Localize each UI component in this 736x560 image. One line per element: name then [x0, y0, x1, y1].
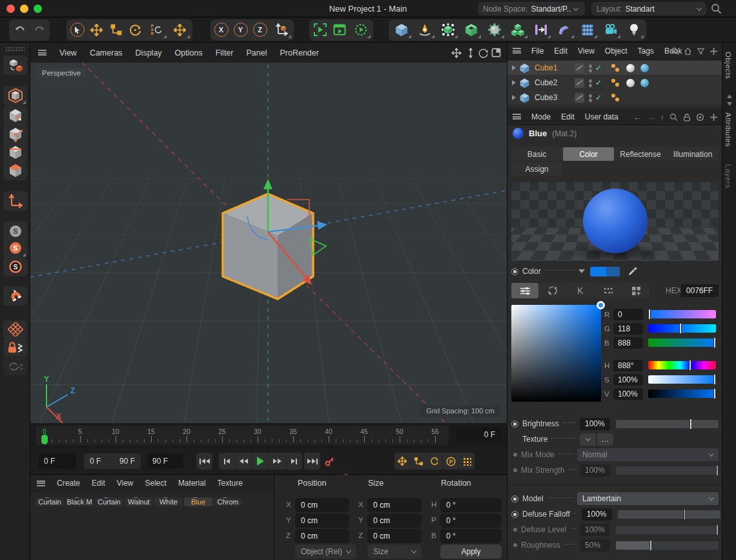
enabled-check-icon[interactable]: ✓ [595, 93, 602, 102]
back-arrow-icon[interactable]: ← [633, 112, 642, 122]
tab-assign[interactable]: Assign [511, 162, 562, 176]
object-menu-icon[interactable] [513, 48, 521, 54]
expander-icon[interactable] [512, 80, 516, 85]
up-arrow-icon[interactable]: ↑ [660, 112, 665, 122]
hex-input[interactable]: 0076FF [680, 284, 719, 297]
viewport-menu-prorender[interactable]: ProRender [280, 48, 318, 57]
position-mode-dropdown[interactable]: Object (Rel) [295, 544, 356, 559]
visibility-dots[interactable] [589, 64, 592, 72]
viewport-menu-filter[interactable]: Filter [216, 48, 234, 57]
material-menu-edit[interactable]: Edit [92, 479, 105, 488]
render-settings-button[interactable] [349, 21, 372, 39]
g-input[interactable]: 118 [613, 323, 643, 335]
target-icon[interactable] [696, 113, 704, 121]
add-bend-deformer-button[interactable] [553, 21, 575, 39]
b-slider[interactable] [648, 338, 716, 347]
pos-x-input[interactable]: 0 cm [295, 498, 349, 512]
add-cube-button[interactable] [390, 21, 413, 39]
camera-view-label[interactable]: Perspective [37, 68, 86, 78]
mix-strength-input[interactable]: 100% [580, 464, 610, 477]
x-axis-lock-button[interactable]: X [212, 21, 230, 39]
size-z-input[interactable]: 0 cm [367, 529, 422, 543]
v-slider[interactable] [648, 389, 716, 398]
tab-illumination[interactable]: Illumination [667, 147, 719, 161]
viewport-canvas[interactable]: Y Z X Perspective Grid Spacing: 100 cm [30, 63, 507, 423]
add-deformer-button[interactable] [483, 21, 506, 39]
visibility-dots[interactable] [589, 94, 592, 102]
size-x-input[interactable]: 0 cm [367, 498, 422, 512]
picker-sliders-button[interactable] [511, 283, 538, 298]
rotate-tool[interactable] [126, 21, 145, 39]
layout-dropdown[interactable]: Layout: Standart [591, 2, 706, 16]
live-selection-tool[interactable] [68, 21, 87, 39]
attribute-menu-edit[interactable]: Edit [561, 112, 575, 121]
material-menu-select[interactable]: Select [145, 479, 167, 488]
end-frame-input[interactable]: 90 F [147, 453, 183, 469]
camera-pan-icon[interactable] [451, 48, 462, 58]
material-menu-create[interactable]: Create [57, 479, 80, 488]
layer-color-box[interactable] [575, 63, 584, 73]
eyedropper-icon[interactable] [628, 266, 638, 276]
move-global-tool[interactable] [169, 21, 191, 39]
object-menu-view[interactable]: View [578, 47, 595, 56]
rot-b-input[interactable]: 0 ° [440, 529, 502, 543]
node-space-dropdown[interactable]: Node Space: Standart/P.. [478, 2, 585, 16]
add-extrude-button[interactable] [460, 21, 482, 39]
current-frame-input[interactable]: 0 F [39, 453, 76, 469]
h-slider[interactable] [648, 361, 716, 369]
key-parameter-button[interactable]: P [443, 453, 458, 470]
search-icon[interactable] [671, 47, 679, 56]
apply-button[interactable]: Apply [440, 544, 502, 559]
phong-tag[interactable] [611, 93, 620, 102]
material-white-tag[interactable] [626, 79, 635, 87]
record-keyframe-button[interactable] [322, 453, 336, 470]
viewport-menu-options[interactable]: Options [175, 48, 203, 57]
add-array-button[interactable] [506, 21, 529, 39]
edge-mode-button[interactable] [3, 143, 27, 162]
current-frame-field[interactable]: 0 F [456, 427, 502, 442]
defuse-falloff-input[interactable]: 100% [582, 508, 612, 521]
tab-reflectense[interactable]: Reflectense [615, 147, 666, 161]
frame-range-control[interactable]: 0 F 90 F [84, 453, 141, 469]
r-input[interactable]: 0 [613, 309, 643, 320]
goto-start-button[interactable] [196, 453, 212, 470]
s-input[interactable]: 100% [613, 374, 643, 386]
viewport-menu-icon[interactable] [38, 50, 46, 56]
snap-enabled-button[interactable]: S [3, 238, 27, 258]
key-scale-button[interactable] [411, 453, 426, 470]
defuse-level-slider[interactable] [616, 526, 719, 534]
tab-layers[interactable]: Layers [724, 164, 732, 189]
viewport-menu-panel[interactable]: Panel [246, 48, 267, 57]
object-menu-edit[interactable]: Edit [554, 47, 567, 56]
minimize-window-button[interactable] [20, 5, 28, 13]
point-mode-button[interactable] [3, 125, 27, 144]
material-blue-tag[interactable] [640, 79, 649, 87]
polygon-mode-button[interactable] [3, 161, 27, 180]
material-white-tag[interactable] [626, 64, 635, 72]
camera-rotate-icon[interactable] [478, 48, 489, 58]
picker-swatches-button[interactable] [622, 283, 649, 298]
workplane-axis-button[interactable] [3, 191, 27, 211]
search-icon[interactable] [711, 3, 722, 14]
picker-wheel-button[interactable] [539, 283, 566, 298]
tab-color[interactable]: Color [563, 147, 614, 161]
material-tile[interactable]: Curtain [36, 495, 64, 506]
scroll-up-icon[interactable] [727, 94, 732, 98]
tab-objects[interactable]: Objects [724, 52, 732, 79]
undo-button[interactable] [10, 21, 29, 39]
pos-z-input[interactable]: 0 cm [295, 529, 349, 543]
picker-mixer-button[interactable] [595, 283, 622, 298]
s-slider[interactable] [648, 375, 716, 384]
key-rotation-button[interactable] [427, 453, 442, 470]
add-environment-button[interactable] [576, 21, 598, 39]
forward-arrow-icon[interactable]: → [647, 112, 655, 122]
zoom-window-button[interactable] [34, 5, 42, 13]
phong-tag[interactable] [611, 63, 620, 72]
brightness-radio-icon[interactable] [511, 420, 518, 428]
b-input[interactable]: 888 [613, 337, 643, 349]
pos-y-input[interactable]: 0 cm [295, 513, 349, 528]
model-dropdown[interactable]: Lambertain [577, 492, 719, 505]
sync-workplane-button[interactable] [3, 357, 27, 375]
move-tool[interactable] [87, 21, 106, 39]
workplane-grid-button[interactable] [3, 320, 27, 338]
